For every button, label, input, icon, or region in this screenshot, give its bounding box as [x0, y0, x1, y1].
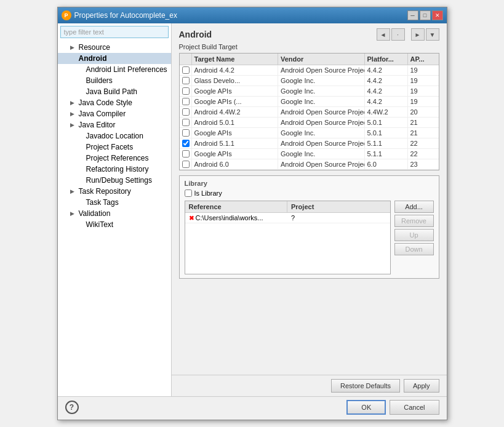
add-button[interactable]: Add...: [394, 201, 434, 213]
table-row[interactable]: Google APIsGoogle Inc.5.0.121: [180, 128, 439, 138]
target-platform-0: 4.4.2: [365, 65, 408, 75]
sidebar-label-android: Android: [79, 54, 107, 63]
title-bar-left: P Properties for Autocomplete_ex: [62, 10, 177, 20]
target-vendor-8: Google Inc.: [278, 149, 365, 159]
target-name-0: Android 4.4.2: [192, 65, 279, 75]
sidebar-label-refactoring-history: Refactoring History: [86, 165, 149, 174]
apply-button[interactable]: Apply: [404, 379, 439, 393]
left-panel: ▶ResourceAndroidAndroid Lint Preferences…: [58, 23, 172, 396]
restore-defaults-button[interactable]: Restore Defaults: [331, 379, 400, 393]
target-vendor-3: Google Inc.: [278, 97, 365, 106]
target-platform-9: 6.0: [365, 159, 408, 169]
th-vendor: Vendor: [278, 54, 365, 65]
sidebar-item-java-code-style[interactable]: ▶Java Code Style: [58, 97, 171, 108]
cancel-button[interactable]: Cancel: [390, 400, 439, 415]
help-button[interactable]: ?: [65, 401, 79, 414]
target-checkbox-9[interactable]: [182, 161, 190, 168]
up-button[interactable]: Up: [394, 229, 434, 241]
target-api-8: 22: [408, 149, 439, 159]
target-api-2: 19: [408, 86, 439, 96]
expand-icon-validation: ▶: [70, 210, 78, 217]
close-button[interactable]: ✕: [432, 10, 443, 20]
target-api-4: 20: [408, 107, 439, 117]
filter-input[interactable]: [60, 26, 169, 38]
sidebar-item-refactoring-history[interactable]: Refactoring History: [58, 164, 171, 175]
table-row[interactable]: Glass Develo...Google Inc.4.4.219: [180, 76, 439, 86]
sidebar-item-android[interactable]: Android: [58, 53, 171, 64]
target-platform-2: 4.4.2: [365, 86, 408, 96]
nav-controls: ◄ · ► ▼: [377, 28, 439, 41]
sidebar-item-java-editor[interactable]: ▶Java Editor: [58, 119, 171, 130]
is-library-checkbox[interactable]: [185, 190, 192, 197]
target-name-9: Android 6.0: [192, 159, 279, 169]
forward-small-button[interactable]: ·: [391, 28, 405, 41]
target-api-0: 19: [408, 65, 439, 75]
target-checkbox-2[interactable]: [182, 87, 190, 95]
sidebar-item-android-lint[interactable]: Android Lint Preferences: [58, 64, 171, 75]
down-button[interactable]: Down: [394, 243, 434, 255]
target-vendor-0: Android Open Source Project: [278, 65, 365, 75]
target-api-9: 23: [408, 159, 439, 169]
table-row[interactable]: Google APIs (...Google Inc.4.4.219: [180, 97, 439, 107]
target-checkbox-8[interactable]: [182, 150, 190, 158]
target-platform-1: 4.4.2: [365, 76, 408, 86]
reference-table: Reference Project ✖C:\Users\india\works.…: [185, 201, 391, 274]
sidebar-item-run-debug-settings[interactable]: Run/Debug Settings: [58, 175, 171, 186]
table-row[interactable]: Google APIsGoogle Inc.5.1.122: [180, 149, 439, 159]
target-api-6: 21: [408, 128, 439, 138]
ref-project-0: ?: [287, 213, 390, 223]
sidebar-label-project-references: Project References: [86, 154, 149, 162]
error-icon-0: ✖: [189, 215, 194, 221]
back-button[interactable]: ◄: [377, 28, 390, 41]
target-checkbox-4[interactable]: [182, 108, 190, 116]
sidebar-item-wikitext[interactable]: WikiText: [58, 219, 171, 230]
ref-buttons: Add... Remove Up Down: [394, 201, 434, 274]
title-bar-controls: ─ □ ✕: [407, 10, 443, 20]
sidebar-label-task-repository: Task Repository: [79, 187, 131, 196]
expand-icon-java-compiler: ▶: [70, 111, 78, 117]
sidebar-item-task-tags[interactable]: Task Tags: [58, 197, 171, 208]
table-row[interactable]: Android 5.0.1Android Open Source Project…: [180, 118, 439, 128]
sidebar-item-project-references[interactable]: Project References: [58, 153, 171, 164]
remove-button[interactable]: Remove: [394, 215, 434, 227]
sidebar-item-javadoc-location[interactable]: Javadoc Location: [58, 130, 171, 142]
target-vendor-6: Google Inc.: [278, 128, 365, 138]
table-row[interactable]: Android 4.4.2Android Open Source Project…: [180, 65, 439, 76]
target-vendor-5: Android Open Source Project: [278, 118, 365, 127]
minimize-button[interactable]: ─: [407, 10, 418, 20]
target-api-3: 19: [408, 97, 439, 106]
library-section: Library Is Library Reference Project: [179, 175, 439, 279]
sidebar-item-validation[interactable]: ▶Validation: [58, 208, 171, 219]
forward-button[interactable]: ►: [411, 28, 425, 41]
sidebar-item-builders[interactable]: Builders: [58, 75, 171, 86]
ref-table-body: ✖C:\Users\india\works...?: [185, 213, 390, 223]
maximize-button[interactable]: □: [420, 10, 431, 20]
table-row[interactable]: Android 5.1.1Android Open Source Project…: [180, 138, 439, 149]
target-checkbox-0[interactable]: [182, 66, 190, 74]
target-checkbox-3[interactable]: [182, 98, 190, 105]
target-checkbox-6[interactable]: [182, 129, 190, 137]
target-checkbox-1[interactable]: [182, 77, 190, 84]
table-header: Target Name Vendor Platfor... AP...: [180, 54, 439, 65]
target-platform-4: 4.4W.2: [365, 107, 408, 117]
right-body: Project Build Target Target Name Vendor …: [172, 43, 447, 375]
dropdown-button[interactable]: ▼: [426, 28, 439, 41]
main-content: ▶ResourceAndroidAndroid Lint Preferences…: [58, 23, 447, 396]
panel-title: Android: [179, 30, 212, 39]
footer-right: OK Cancel: [346, 400, 439, 415]
sidebar-item-project-facets[interactable]: Project Facets: [58, 142, 171, 153]
sidebar-item-task-repository[interactable]: ▶Task Repository: [58, 186, 171, 197]
library-title: Library: [185, 180, 434, 187]
ref-row[interactable]: ✖C:\Users\india\works...?: [185, 213, 390, 223]
target-checkbox-5[interactable]: [182, 119, 190, 126]
target-checkbox-7[interactable]: [182, 140, 190, 147]
sidebar-item-java-compiler[interactable]: ▶Java Compiler: [58, 108, 171, 119]
table-row[interactable]: Google APIsGoogle Inc.4.4.219: [180, 86, 439, 97]
sidebar-item-java-build-path[interactable]: Java Build Path: [58, 86, 171, 97]
sidebar-item-resource[interactable]: ▶Resource: [58, 42, 171, 53]
ok-button[interactable]: OK: [346, 400, 386, 415]
target-platform-7: 5.1.1: [365, 138, 408, 148]
right-panel: Android ◄ · ► ▼ Project Build Target: [172, 23, 447, 396]
table-row[interactable]: Android 4.4W.2Android Open Source Projec…: [180, 107, 439, 118]
table-row[interactable]: Android 6.0Android Open Source Project6.…: [180, 159, 439, 170]
